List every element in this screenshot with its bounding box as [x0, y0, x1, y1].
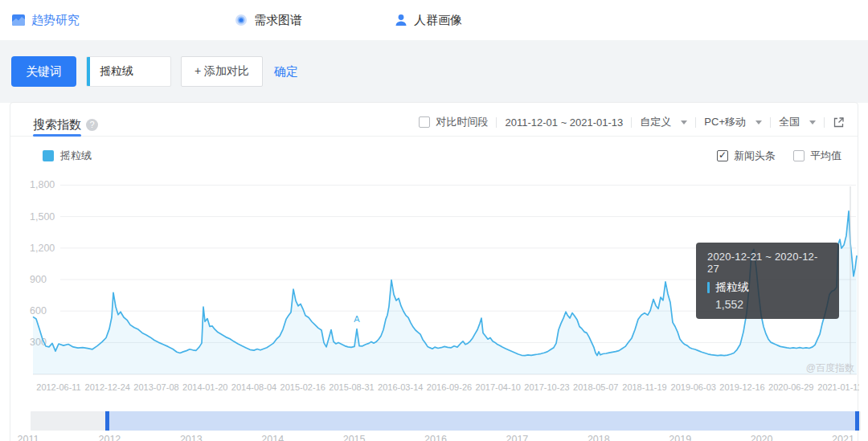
chevron-down-icon — [755, 120, 762, 125]
confirm-link[interactable]: 确定 — [274, 64, 298, 80]
divider — [631, 117, 632, 128]
nav-item-trend-research[interactable]: 趋势研究 — [11, 13, 80, 28]
svg-text:900: 900 — [30, 274, 47, 285]
year-label: 2020 — [751, 434, 773, 441]
divider — [496, 117, 497, 128]
svg-text:2018-05-07: 2018-05-07 — [573, 382, 618, 392]
year-label: 2017 — [506, 434, 528, 441]
year-label: 2014 — [261, 434, 284, 441]
add-compare-button[interactable]: + 添加对比 — [181, 56, 263, 87]
tab-search-index[interactable]: 搜索指数 ? — [33, 112, 98, 137]
year-label: 2016 — [424, 434, 447, 441]
average-checkbox[interactable] — [793, 150, 805, 161]
keyword-button[interactable]: 关键词 — [11, 56, 76, 87]
svg-text:2012-06-11: 2012-06-11 — [36, 382, 80, 392]
person-icon — [394, 13, 408, 27]
svg-text:600: 600 — [30, 305, 47, 316]
average-toggle[interactable]: 平均值 — [793, 149, 841, 163]
series-color-swatch — [43, 150, 54, 161]
svg-text:2013-07-08: 2013-07-08 — [133, 382, 178, 392]
panel-header: 搜索指数 ? 对比时间段 2011-12-01 ~ 2021-01-13 自定义… — [10, 103, 858, 137]
tooltip-series-name: 摇粒绒 — [715, 280, 749, 295]
chevron-down-icon — [681, 120, 687, 125]
year-label: 2015 — [343, 434, 366, 441]
legend-row: 摇粒绒 新闻头条 平均值 — [10, 141, 858, 170]
svg-text:1,800: 1,800 — [30, 179, 55, 190]
time-range-slider: 2011201220132014201520162017201820192020… — [10, 405, 858, 441]
nav-item-label: 趋势研究 — [31, 13, 80, 28]
tooltip-series-color-bar — [707, 282, 710, 293]
year-label: 2012 — [98, 434, 121, 441]
svg-text:2021-01-11: 2021-01-11 — [817, 382, 859, 392]
svg-text:2014-01-20: 2014-01-20 — [182, 382, 227, 392]
date-range-value[interactable]: 2011-12-01 ~ 2021-01-13 — [505, 116, 623, 129]
keyword-color-indicator — [87, 57, 90, 86]
svg-text:2019-06-03: 2019-06-03 — [671, 382, 716, 392]
svg-text:2012-12-24: 2012-12-24 — [85, 382, 130, 392]
year-label: 2021 — [832, 434, 854, 441]
slider-track[interactable] — [31, 411, 861, 431]
divider — [695, 117, 696, 128]
svg-text:2017-04-10: 2017-04-10 — [476, 382, 521, 392]
keyword-input-wrap — [86, 56, 171, 87]
external-link-icon[interactable] — [833, 116, 845, 129]
svg-text:A: A — [354, 314, 360, 324]
year-label: 2019 — [669, 434, 691, 441]
keyword-input[interactable] — [87, 65, 170, 78]
news-headlines-toggle[interactable]: 新闻头条 — [717, 149, 776, 163]
nav-item-label: 人群画像 — [414, 13, 462, 28]
device-label: PC+移动 — [704, 115, 746, 129]
demand-graph-icon — [234, 13, 248, 27]
news-headlines-checkbox[interactable] — [717, 150, 728, 161]
help-icon[interactable]: ? — [86, 119, 98, 131]
chart-controls: 对比时间段 2011-12-01 ~ 2021-01-13 自定义 PC+移动 … — [419, 112, 845, 129]
slider-right-handle[interactable] — [855, 411, 859, 431]
top-nav: 趋势研究 需求图谱 人群画像 — [0, 0, 868, 40]
svg-text:1,200: 1,200 — [30, 243, 55, 254]
chevron-down-icon — [809, 120, 816, 125]
tooltip-value: 1,552 — [707, 298, 828, 311]
tooltip-date-range: 2020-12-21 ~ 2020-12-27 — [707, 251, 828, 275]
trend-chart-icon — [11, 13, 26, 27]
chart-tooltip: 2020-12-21 ~ 2020-12-27 摇粒绒 1,552 — [696, 243, 839, 319]
nav-item-audience-profile[interactable]: 人群画像 — [394, 13, 462, 28]
tab-active-underline — [33, 134, 81, 137]
region-dropdown[interactable]: 全国 — [779, 115, 816, 129]
keyword-bar: 关键词 + 添加对比 确定 — [0, 40, 868, 103]
compare-time-control[interactable]: 对比时间段 — [419, 115, 488, 129]
compare-time-checkbox[interactable] — [419, 116, 430, 128]
nav-item-demand-graph[interactable]: 需求图谱 — [234, 13, 302, 28]
svg-text:1,500: 1,500 — [30, 211, 55, 223]
average-label: 平均值 — [810, 149, 841, 163]
slider-selected-range[interactable] — [105, 411, 855, 431]
slider-left-handle[interactable] — [105, 411, 109, 431]
svg-text:2020-06-29: 2020-06-29 — [768, 382, 813, 392]
custom-range-dropdown[interactable]: 自定义 — [640, 115, 687, 129]
svg-text:2016-09-26: 2016-09-26 — [427, 382, 472, 392]
overlay-toggles: 新闻头条 平均值 — [717, 149, 841, 163]
slider-year-labels: 2011201220132014201520162017201820192020… — [10, 434, 858, 441]
series-legend: 摇粒绒 — [43, 149, 92, 163]
svg-text:2016-03-14: 2016-03-14 — [378, 382, 423, 392]
search-index-chart[interactable]: 1,8001,5001,200900600300A2012-06-112012-… — [10, 174, 858, 400]
year-label: 2011 — [18, 434, 39, 441]
svg-text:2015-02-16: 2015-02-16 — [280, 382, 326, 392]
svg-text:2019-12-16: 2019-12-16 — [719, 382, 764, 392]
custom-range-label: 自定义 — [640, 115, 671, 129]
nav-item-label: 需求图谱 — [254, 13, 302, 28]
region-label: 全国 — [779, 115, 800, 129]
search-index-panel: 搜索指数 ? 对比时间段 2011-12-01 ~ 2021-01-13 自定义… — [10, 102, 858, 441]
tooltip-series-row: 摇粒绒 — [707, 280, 828, 295]
divider — [824, 117, 825, 128]
svg-text:2015-08-31: 2015-08-31 — [329, 382, 374, 392]
svg-text:2014-08-04: 2014-08-04 — [231, 382, 276, 392]
compare-time-label: 对比时间段 — [436, 115, 488, 129]
svg-text:2017-10-23: 2017-10-23 — [524, 382, 569, 392]
year-label: 2018 — [588, 434, 610, 441]
year-label: 2013 — [180, 434, 203, 441]
svg-text:2018-11-19: 2018-11-19 — [622, 382, 666, 392]
tab-label: 搜索指数 — [33, 117, 81, 133]
device-dropdown[interactable]: PC+移动 — [704, 115, 762, 129]
news-headlines-label: 新闻头条 — [734, 149, 776, 163]
divider — [770, 117, 771, 128]
